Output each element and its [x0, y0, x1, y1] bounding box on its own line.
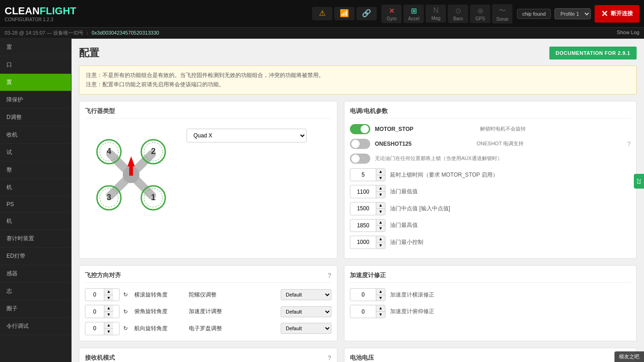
arm-delay-input[interactable]	[350, 170, 376, 180]
arm-delay-down[interactable]: ▼	[376, 175, 385, 181]
throttle-arm-toggle[interactable]	[350, 154, 370, 164]
right-tab[interactable]: 23	[634, 173, 644, 188]
accel-roll-box[interactable]: ▲ ▼	[350, 288, 385, 302]
sensor-sonar: 〜 Sonar	[492, 4, 512, 24]
throttle-min-ctrl-down[interactable]: ▼	[376, 243, 385, 249]
pitch-angle-box[interactable]: ▲ ▼	[85, 305, 120, 318]
pitch-down[interactable]: ▼	[104, 312, 113, 318]
sidebar-item-4[interactable]: 障保护	[0, 91, 71, 109]
disconnect-button[interactable]: ✕ 断开连接	[595, 5, 639, 23]
aircraft-type-select[interactable]: Quad X Quad + Hex X Tricopter	[187, 129, 307, 142]
orientation-panel: 飞控方向对齐 ? ▲ ▼ ↻ 横滚旋转角度 陀螺仪调整	[79, 265, 337, 341]
yaw-up[interactable]: ▲	[104, 322, 113, 329]
throttle-arm-row: 无论油门在任何位置都将上锁（当使用AUX通道解锁时）	[350, 154, 631, 164]
motor-stop-knob	[361, 125, 369, 133]
sidebar-item-16[interactable]: 圈子	[0, 300, 71, 318]
orientation-help-icon[interactable]: ?	[327, 272, 331, 279]
page-title: 配置	[79, 46, 99, 60]
profile-select[interactable]: Profile 1 Profile 2 Profile 3	[554, 8, 591, 19]
sidebar-item-config[interactable]: 置	[0, 74, 71, 91]
sidebar-item-1[interactable]: 置	[0, 39, 71, 56]
throttle-max-box[interactable]: ▲ ▼	[350, 219, 385, 232]
accel-pitch-down[interactable]: ▼	[376, 312, 385, 318]
orient-row-3: ▲ ▼ ↻ 航向旋转角度 电子罗盘调整 DefaultCW 90°CW 180°	[85, 322, 331, 335]
pitch-up[interactable]: ▲	[104, 305, 113, 312]
sidebar-item-11[interactable]: 机	[0, 213, 71, 230]
accel-adj-select[interactable]: DefaultCW 90°CW 180°	[281, 306, 331, 317]
roll-down[interactable]: ▼	[104, 295, 113, 301]
sidebar-item-8[interactable]: 整	[0, 161, 71, 179]
sidebar-item-17[interactable]: 令行调试	[0, 318, 71, 335]
throttle-min-ctrl-input[interactable]	[350, 237, 376, 247]
roll-angle-box[interactable]: ▲ ▼	[85, 288, 120, 302]
sidebar-item-15[interactable]: 志	[0, 283, 71, 300]
documentation-button[interactable]: DOCUMENTATION FOR 2.9.1	[549, 47, 637, 59]
sidebar-item-12[interactable]: 赛计时装置	[0, 230, 71, 248]
sidebar-item-2[interactable]: 口	[0, 56, 71, 74]
yaw-spinners: ▲ ▼	[104, 322, 113, 335]
sidebar-item-7[interactable]: 试	[0, 144, 71, 161]
gyro-adj-select[interactable]: DefaultCW 90°CW 180°	[281, 289, 331, 300]
throttle-min-up[interactable]: ▲	[376, 185, 385, 192]
throttle-min-down[interactable]: ▼	[376, 192, 385, 198]
throttle-max-down[interactable]: ▼	[376, 226, 385, 231]
yaw-label: 航向旋转角度	[134, 325, 185, 332]
accel-pitch-up[interactable]: ▲	[376, 305, 385, 312]
motor-stop-toggle[interactable]	[350, 124, 370, 134]
throttle-mid-up[interactable]: ▲	[376, 202, 385, 209]
content-area: 配置 DOCUMENTATION FOR 2.9.1 注意：不是所有的功能组合是…	[72, 39, 644, 362]
throttle-max-input[interactable]	[350, 220, 376, 231]
throttle-mid-down[interactable]: ▼	[376, 209, 385, 215]
sidebar-item-9[interactable]: 机	[0, 179, 71, 196]
disconnect-label: 断开连接	[611, 10, 633, 18]
sensor-gps: ⊛ GPS	[470, 5, 490, 23]
sidebar-item-6[interactable]: 收机	[0, 126, 71, 144]
show-log-button[interactable]: Show Log	[617, 30, 639, 36]
accel-pitch-input[interactable]	[350, 307, 376, 317]
accel-label: Accel	[408, 16, 419, 21]
aircraft-panel: 飞行器类型	[79, 101, 337, 259]
accel-roll-input[interactable]	[350, 290, 376, 300]
accel-roll-down[interactable]: ▼	[376, 295, 385, 301]
throttle-min-ctrl-box[interactable]: ▲ ▼	[350, 236, 385, 249]
device-id: 0x3d00304234570520313330	[91, 30, 159, 36]
throttle-mid-input[interactable]	[350, 203, 376, 214]
throttle-mid-label: 油门中点值 [输入中点值]	[390, 205, 450, 213]
yaw-icon: ↻	[123, 325, 131, 332]
chip-found-label: chip found	[522, 11, 546, 17]
yaw-angle-input[interactable]	[85, 323, 104, 333]
throttle-min-input[interactable]	[350, 187, 376, 197]
throttle-max-up[interactable]: ▲	[376, 220, 385, 226]
accel-pitch-box[interactable]: ▲ ▼	[350, 305, 385, 318]
sidebar-item-10[interactable]: PS	[0, 196, 71, 213]
throttle-min-ctrl-up[interactable]: ▲	[376, 236, 385, 243]
link-icon: 🔗	[362, 9, 371, 18]
sonar-icon: 〜	[499, 6, 506, 16]
throttle-mid-box[interactable]: ▲ ▼	[350, 202, 385, 215]
roll-up[interactable]: ▲	[104, 289, 113, 295]
motor-panel: 电调/电机参数 MOTOR_STOP 解锁时电机不会旋转 ONESHOT125	[344, 101, 637, 259]
throttle-arm-knob	[351, 154, 360, 163]
sidebar-item-14[interactable]: 感器	[0, 265, 71, 283]
gyro-label: Gyro	[386, 16, 397, 21]
arm-delay-up[interactable]: ▲	[376, 169, 385, 175]
receiver-panel-title: 接收机模式 ?	[85, 354, 331, 362]
svg-marker-5	[127, 156, 135, 166]
logo-text: CLEANFLIGHT	[5, 5, 76, 17]
yaw-angle-box[interactable]: ▲ ▼	[85, 322, 120, 335]
mag-adj-select[interactable]: DefaultCW 90°CW 180°	[281, 323, 331, 334]
sidebar-item-13[interactable]: ED灯带	[0, 248, 71, 265]
svg-text:1: 1	[151, 193, 156, 202]
throttle-min-box[interactable]: ▲ ▼	[350, 185, 385, 198]
sidebar-item-5[interactable]: D调整	[0, 109, 71, 126]
accel-panel-title: 加速度计修正	[350, 271, 631, 283]
sonar-label: Sonar	[496, 17, 509, 22]
oneshot-help-icon[interactable]: ?	[627, 140, 631, 148]
pitch-angle-input[interactable]	[85, 307, 104, 317]
accel-roll-up[interactable]: ▲	[376, 289, 385, 295]
roll-angle-input[interactable]	[85, 290, 104, 300]
arm-delay-input-box[interactable]: ▲ ▼	[350, 168, 385, 182]
oneshot-toggle[interactable]	[350, 139, 370, 149]
receiver-help-icon[interactable]: ?	[327, 354, 331, 362]
yaw-down[interactable]: ▼	[104, 329, 113, 335]
